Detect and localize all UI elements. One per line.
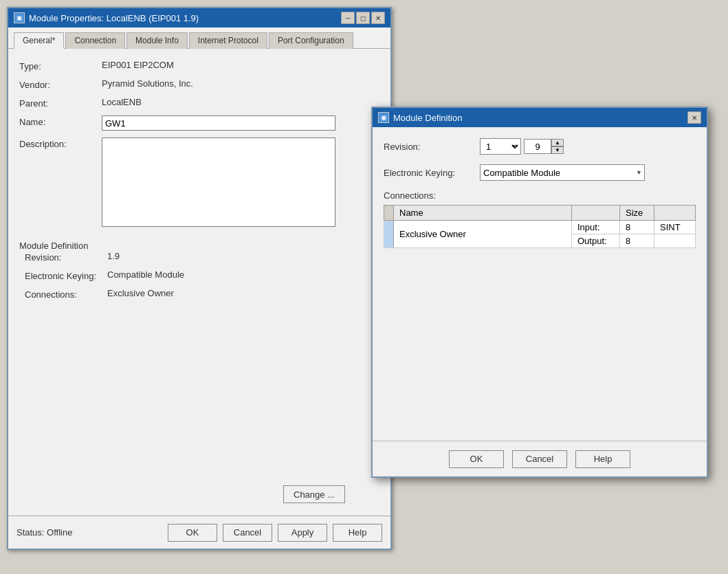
- type-label: Type:: [19, 60, 102, 71]
- minimize-button[interactable]: ─: [341, 12, 355, 24]
- dialog-electronic-keying-row: Electronic Keying: Compatible Module Exa…: [384, 164, 696, 181]
- name-label: Name:: [19, 115, 102, 127]
- change-btn-area: Change ...: [283, 485, 345, 503]
- parent-value: LocalENB: [102, 97, 379, 107]
- table-header-io: [572, 206, 620, 221]
- table-header-size: Size: [620, 206, 654, 221]
- input-label: Input:: [572, 221, 620, 234]
- dialog-close-button[interactable]: ✕: [687, 111, 701, 124]
- tab-port-configuration[interactable]: Port Configuration: [269, 32, 353, 49]
- dialog-title-bar: ▣ Module Definition ✕: [373, 108, 707, 127]
- revision-controls: 1 ▼ 9 ▲ ▼: [480, 138, 564, 155]
- table-header-type: [654, 206, 696, 221]
- dialog-icon: ▣: [378, 112, 389, 123]
- tab-connection[interactable]: Connection: [65, 32, 125, 49]
- module-def-title: Module Definition: [19, 241, 88, 251]
- dialog-cancel-button[interactable]: Cancel: [512, 450, 567, 468]
- parent-row: Parent: LocalENB: [19, 97, 379, 109]
- dialog-bottom: OK Cancel Help: [373, 441, 707, 476]
- spinner-group: 9 ▲ ▼: [524, 139, 564, 154]
- table-header-name: Name: [394, 206, 572, 221]
- dialog-title: Module Definition: [393, 113, 462, 123]
- connections-value: Exclusive Owner: [107, 288, 379, 298]
- dialog-help-button[interactable]: Help: [575, 450, 630, 468]
- tab-module-info[interactable]: Module Info: [126, 32, 188, 49]
- window-controls: ─ ◻ ✕: [341, 12, 385, 24]
- electronic-keying-row: Electronic Keying: Compatible Module: [25, 269, 379, 281]
- spinner-display: 9: [524, 139, 551, 154]
- input-size: 8: [620, 221, 654, 234]
- main-title-bar: ▣ Module Properties: LocalENB (EIP001 1.…: [8, 8, 390, 27]
- ok-button[interactable]: OK: [168, 524, 217, 542]
- apply-button[interactable]: Apply: [278, 524, 327, 542]
- tab-internet-protocol[interactable]: Internet Protocol: [189, 32, 267, 49]
- help-button[interactable]: Help: [333, 524, 382, 542]
- parent-label: Parent:: [19, 97, 102, 109]
- module-definition-dialog: ▣ Module Definition ✕ Revision: 1 ▼ 9 ▲: [371, 107, 708, 478]
- main-window: ▣ Module Properties: LocalENB (EIP001 1.…: [7, 7, 392, 550]
- connections-row: Connections: Exclusive Owner: [25, 288, 379, 300]
- description-row: Description:: [19, 137, 379, 227]
- spinner-down-button[interactable]: ▼: [551, 146, 564, 154]
- name-input[interactable]: [102, 115, 335, 131]
- spinner-up-button[interactable]: ▲: [551, 139, 564, 146]
- connections-table: Name Size Exclusive Owner Input: 8 SINT …: [384, 205, 696, 248]
- dialog-revision-row: Revision: 1 ▼ 9 ▲ ▼: [384, 138, 696, 155]
- type-row: Type: EIP001 EIP2COM: [19, 60, 379, 71]
- keying-dropdown-wrapper: Compatible Module Exact Match Disable Ke…: [480, 164, 645, 181]
- description-label: Description:: [19, 137, 102, 149]
- cancel-button[interactable]: Cancel: [223, 524, 272, 542]
- electronic-keying-select[interactable]: Compatible Module Exact Match Disable Ke…: [480, 164, 645, 181]
- description-textarea[interactable]: [102, 137, 335, 227]
- revision-label: Revision:: [25, 251, 107, 263]
- connections-label: Connections:: [384, 190, 696, 201]
- bottom-bar: Status: Offline OK Cancel Apply Help: [8, 516, 390, 549]
- close-button[interactable]: ✕: [371, 12, 385, 24]
- row-indicator: [384, 221, 394, 248]
- dialog-electronic-keying-label: Electronic Keying:: [384, 168, 480, 178]
- window-icon: ▣: [14, 12, 25, 23]
- bottom-buttons: OK Cancel Apply Help: [168, 524, 382, 542]
- revision-value: 1.9: [107, 251, 379, 261]
- name-row: Name:: [19, 115, 379, 131]
- dialog-revision-label: Revision:: [384, 142, 480, 152]
- restore-button[interactable]: ◻: [356, 12, 370, 24]
- table-row: Exclusive Owner Input: 8 SINT: [384, 221, 696, 234]
- revision-dropdown[interactable]: 1: [480, 138, 521, 155]
- module-definition-section: Module Definition Revision: 1.9 Electron…: [19, 241, 379, 300]
- title-bar-left: ▣ Module Properties: LocalENB (EIP001 1.…: [14, 12, 199, 23]
- output-size: 8: [620, 234, 654, 248]
- electronic-keying-label: Electronic Keying:: [25, 269, 107, 281]
- main-content: Type: EIP001 EIP2COM Vendor: Pyramid Sol…: [8, 49, 390, 318]
- spinner-buttons: ▲ ▼: [551, 139, 564, 154]
- tabs-bar: General* Connection Module Info Internet…: [8, 27, 390, 49]
- change-button[interactable]: Change ...: [283, 485, 345, 503]
- vendor-label: Vendor:: [19, 78, 102, 90]
- dialog-ok-button[interactable]: OK: [449, 450, 504, 468]
- module-def-rows: Revision: 1.9 Electronic Keying: Compati…: [19, 251, 379, 300]
- vendor-value: Pyramid Solutions, Inc.: [102, 78, 379, 89]
- connections-label: Connections:: [25, 288, 107, 300]
- table-header-indicator: [384, 206, 394, 221]
- vendor-row: Vendor: Pyramid Solutions, Inc.: [19, 78, 379, 90]
- status-text: Status: Offline: [16, 527, 72, 538]
- tab-general[interactable]: General*: [14, 32, 64, 49]
- type-value: EIP001 EIP2COM: [102, 60, 379, 70]
- dialog-title-left: ▣ Module Definition: [378, 112, 462, 123]
- revision-row: Revision: 1.9: [25, 251, 379, 263]
- output-type: [654, 234, 696, 248]
- data-type: SINT: [654, 221, 696, 234]
- dialog-content: Revision: 1 ▼ 9 ▲ ▼ Electron: [373, 127, 707, 259]
- electronic-keying-value: Compatible Module: [107, 269, 379, 280]
- revision-dropdown-wrapper: 1 ▼: [480, 138, 521, 155]
- output-label: Output:: [572, 234, 620, 248]
- connection-name: Exclusive Owner: [394, 221, 572, 248]
- window-title: Module Properties: LocalENB (EIP001 1.9): [29, 13, 199, 23]
